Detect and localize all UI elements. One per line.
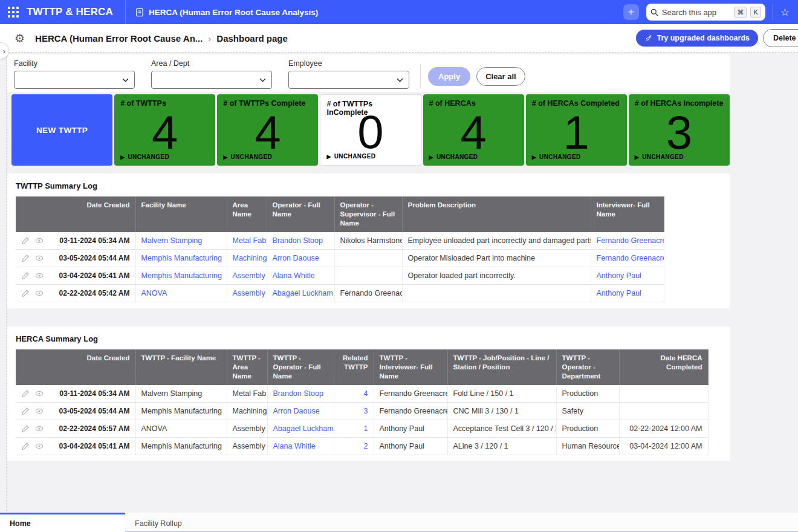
try-upgraded-dashboards-button[interactable]: Try upgraded dashboards bbox=[636, 30, 758, 47]
play-triangle-icon: ▶ bbox=[429, 154, 433, 160]
app-grid-icon[interactable] bbox=[7, 6, 19, 18]
kpi-card[interactable]: # of TWTTPs4▶UNCHANGED bbox=[114, 94, 215, 166]
footer-tab-home[interactable]: Home bbox=[0, 513, 125, 532]
related-link[interactable]: 1 bbox=[334, 420, 374, 438]
kpi-cards-row: NEW TWTTP # of TWTTPs4▶UNCHANGED# of TWT… bbox=[11, 94, 730, 166]
area-link[interactable]: Assembly bbox=[227, 267, 267, 285]
interviewer-link[interactable]: Fernando Greenacre bbox=[591, 232, 664, 250]
kpi-card[interactable]: # of HERCAs4▶UNCHANGED bbox=[423, 94, 524, 166]
footer-tab-facility-rollup[interactable]: Facility Rollup bbox=[125, 513, 192, 532]
play-triangle-icon: ▶ bbox=[223, 154, 227, 160]
kpi-trend: ▶UNCHANGED bbox=[326, 153, 375, 160]
employee-select[interactable] bbox=[288, 71, 409, 89]
table-row: 03-05-2024 05:44 AMMemphis Manufacturing… bbox=[16, 403, 708, 420]
clear-all-button[interactable]: Clear all bbox=[476, 67, 525, 86]
apply-button[interactable]: Apply bbox=[428, 67, 470, 86]
edit-pencil-icon[interactable] bbox=[21, 236, 30, 245]
kpi-trend: ▶UNCHANGED bbox=[223, 154, 272, 160]
edit-pencil-icon[interactable] bbox=[21, 442, 30, 450]
kpi-trend-label: UNCHANGED bbox=[128, 154, 169, 160]
open-page-tab[interactable]: HERCA (Human Error Root Cause Analysis) bbox=[135, 8, 318, 17]
interviewer-link[interactable]: Fernando Greenacre bbox=[591, 250, 664, 267]
kpi-card[interactable]: # of HERCAs Completed1▶UNCHANGED bbox=[526, 94, 627, 166]
twttp-summary-table: Date CreatedFacility NameArea NameOperat… bbox=[16, 196, 664, 302]
column-header: Operator - Full Name bbox=[267, 196, 334, 232]
area-dept-filter: Area / Dept bbox=[151, 59, 272, 89]
facility-select[interactable] bbox=[14, 71, 135, 89]
page-icon bbox=[135, 8, 144, 17]
new-twttp-button[interactable]: NEW TWTTP bbox=[11, 94, 112, 166]
related-link[interactable]: 3 bbox=[334, 403, 374, 420]
actions-date-cell: 03-11-2024 05:34 AM bbox=[16, 232, 135, 250]
date-created-value: 03-05-2024 05:44 AM bbox=[59, 254, 130, 262]
view-eye-icon[interactable] bbox=[35, 254, 44, 262]
facility-cell: ANOVA bbox=[135, 420, 227, 438]
facility-link[interactable]: ANOVA bbox=[135, 285, 227, 302]
operator-link[interactable]: Arron Daouse bbox=[267, 403, 334, 420]
dashboard-area: Facility Area / Dept Employee Apply Clea… bbox=[6, 53, 729, 511]
area-cell: Assembly bbox=[227, 438, 267, 455]
operator-link[interactable]: Alana Whitle bbox=[267, 438, 334, 455]
date-created-value: 03-05-2024 05:44 AM bbox=[59, 407, 130, 415]
kpi-value: 4 bbox=[460, 109, 486, 156]
kpi-card[interactable]: # of HERCAs Incomplete3▶UNCHANGED bbox=[629, 94, 730, 166]
supervisor-cell bbox=[334, 267, 402, 285]
facility-link[interactable]: Malvern Stamping bbox=[135, 232, 227, 250]
operator-link[interactable]: Abagael Luckham bbox=[267, 285, 334, 302]
view-eye-icon[interactable] bbox=[35, 271, 44, 280]
edit-pencil-icon[interactable] bbox=[21, 271, 30, 280]
search-input[interactable]: Search this app ⌘ K bbox=[646, 4, 765, 21]
edit-pencil-icon[interactable] bbox=[21, 424, 30, 433]
related-link[interactable]: 2 bbox=[334, 438, 374, 455]
facility-cell: Memphis Manufacturing bbox=[135, 403, 227, 420]
favorite-star-icon[interactable]: ☆ bbox=[780, 7, 790, 18]
column-header: Interviewer- Full Name bbox=[591, 196, 664, 232]
view-eye-icon[interactable] bbox=[35, 407, 44, 415]
facility-link[interactable]: Memphis Manufacturing bbox=[135, 250, 227, 267]
area-link[interactable]: Metal Fab bbox=[227, 232, 267, 250]
date-created-value: 03-04-2024 05:41 AM bbox=[59, 442, 130, 450]
view-eye-icon[interactable] bbox=[35, 289, 44, 297]
interviewer-link[interactable]: Anthony Paul bbox=[591, 267, 664, 285]
chevron-down-icon bbox=[259, 78, 266, 82]
table-row: 03-11-2024 05:34 AMMalvern StampingMetal… bbox=[16, 232, 664, 250]
dept-cell: Production bbox=[556, 385, 619, 403]
view-eye-icon[interactable] bbox=[35, 442, 44, 450]
add-button[interactable]: + bbox=[623, 4, 639, 20]
interviewer-link[interactable]: Anthony Paul bbox=[591, 285, 664, 302]
breadcrumb-app-name[interactable]: HERCA (Human Error Root Cause An... bbox=[35, 33, 203, 44]
kpi-card[interactable]: # of TWTTPs InComplete0▶UNCHANGED bbox=[320, 94, 421, 166]
edit-pencil-icon[interactable] bbox=[21, 407, 30, 415]
edit-pencil-icon[interactable] bbox=[21, 389, 30, 398]
employee-filter: Employee bbox=[288, 59, 409, 89]
operator-link[interactable]: Alana Whitle bbox=[267, 267, 334, 285]
view-eye-icon[interactable] bbox=[35, 236, 44, 245]
settings-gear-icon[interactable]: ⚙ bbox=[15, 33, 25, 44]
operator-link[interactable]: Brandon Stoop bbox=[267, 232, 334, 250]
supervisor-cell: Nikolos Harmstone bbox=[334, 232, 402, 250]
view-eye-icon[interactable] bbox=[35, 424, 44, 433]
facility-link[interactable]: Memphis Manufacturing bbox=[135, 267, 227, 285]
related-link[interactable]: 4 bbox=[334, 385, 374, 403]
column-header: Area Name bbox=[227, 196, 267, 232]
edit-pencil-icon[interactable] bbox=[21, 254, 30, 262]
play-triangle-icon: ▶ bbox=[635, 154, 639, 160]
search-placeholder: Search this app bbox=[662, 8, 731, 17]
kpi-value: 0 bbox=[357, 108, 383, 155]
edit-pencil-icon[interactable] bbox=[21, 289, 30, 297]
operator-link[interactable]: Brandon Stoop bbox=[267, 385, 334, 403]
shortcut-cmd-key: ⌘ bbox=[734, 7, 747, 18]
view-eye-icon[interactable] bbox=[35, 389, 44, 398]
supervisor-cell bbox=[334, 250, 402, 267]
kpi-card[interactable]: # of TWTTPs Complete4▶UNCHANGED bbox=[217, 94, 318, 166]
actions-date-cell: 03-05-2024 05:44 AM bbox=[16, 250, 135, 267]
area-link[interactable]: Assembly bbox=[227, 285, 267, 302]
area-dept-select[interactable] bbox=[151, 71, 272, 89]
delete-button[interactable]: Delete sa bbox=[763, 29, 798, 47]
table-row: 03-05-2024 05:44 AMMemphis Manufacturing… bbox=[16, 250, 664, 267]
operator-link[interactable]: Abagael Luckham bbox=[267, 420, 334, 438]
area-cell: Assembly bbox=[227, 420, 267, 438]
supervisor-cell: Fernando Greenacre bbox=[334, 285, 402, 302]
area-link[interactable]: Machining bbox=[227, 250, 267, 267]
operator-link[interactable]: Arron Daouse bbox=[267, 250, 334, 267]
